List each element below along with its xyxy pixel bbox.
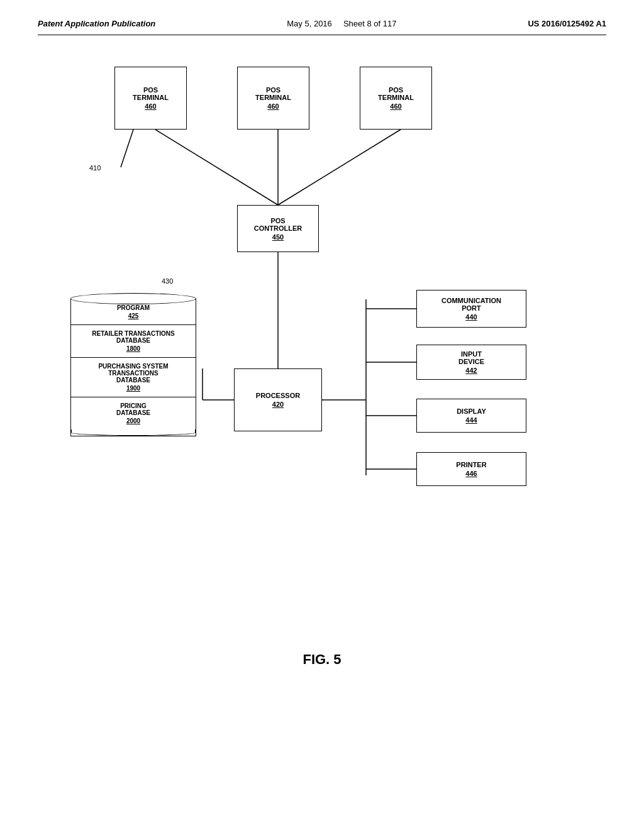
pricing-db-section: PRICINGDATABASE 2000: [71, 397, 196, 429]
pos-terminal-1-ref: 460: [145, 102, 156, 110]
retailer-db-label: RETAILER TRANSACTIONSDATABASE: [92, 330, 174, 344]
printer-ref: 446: [465, 470, 477, 477]
purchasing-db-label: PURCHASING SYSTEMTRANSACTIONSDATABASE: [98, 363, 168, 384]
page: Patent Application Publication May 5, 20…: [0, 0, 644, 830]
printer-label: PRINTER: [456, 461, 486, 468]
fig-caption-text: FIG. 5: [303, 651, 341, 667]
display-label: DISPLAY: [457, 407, 486, 415]
input-device-ref: 442: [465, 367, 477, 374]
printer-box: PRINTER 446: [416, 452, 526, 486]
pos-terminal-1-box: POSTERMINAL 460: [114, 67, 187, 130]
svg-line-0: [155, 130, 278, 205]
comm-port-label: COMMUNICATIONPORT: [441, 297, 501, 312]
header-left: Patent Application Publication: [38, 19, 155, 28]
pos-terminal-2-box: POSTERMINAL 460: [237, 67, 309, 130]
annotation-410-text: 410: [89, 164, 101, 172]
figure-caption: FIG. 5: [38, 651, 606, 668]
page-header: Patent Application Publication May 5, 20…: [38, 19, 606, 35]
pricing-db-label: PRICINGDATABASE: [116, 402, 150, 416]
display-box: DISPLAY 444: [416, 399, 526, 433]
header-center: May 5, 2016 Sheet 8 of 117: [287, 19, 396, 28]
input-device-label: INPUTDEVICE: [458, 350, 484, 365]
pos-controller-box: POSCONTROLLER 450: [237, 205, 319, 252]
publication-label: Patent Application Publication: [38, 19, 155, 28]
header-right: US 2016/0125492 A1: [528, 19, 606, 28]
pos-controller-ref: 450: [272, 233, 284, 241]
pos-terminal-1-label: POSTERMINAL: [133, 86, 169, 101]
database-cylinder: PROGRAM 425 RETAILER TRANSACTIONSDATABAS…: [70, 293, 196, 436]
retailer-db-ref: 1800: [74, 345, 193, 352]
processor-ref: 420: [272, 401, 284, 408]
annotation-430-text: 430: [162, 277, 173, 285]
svg-line-2: [278, 130, 401, 205]
pos-terminal-3-label: POSTERMINAL: [378, 86, 414, 101]
retailer-db-section: RETAILER TRANSACTIONSDATABASE 1800: [71, 324, 196, 357]
display-ref: 444: [465, 416, 477, 424]
patent-number-label: US 2016/0125492 A1: [528, 19, 606, 28]
date-label: May 5, 2016: [287, 19, 332, 28]
sheet-label: Sheet 8 of 117: [343, 19, 397, 28]
pos-terminal-2-label: POSTERMINAL: [255, 86, 291, 101]
purchasing-db-ref: 1900: [74, 385, 193, 392]
processor-box: PROCESSOR 420: [234, 368, 322, 431]
pos-terminal-2-ref: 460: [267, 102, 279, 110]
program-ref: 425: [74, 313, 193, 319]
pos-controller-label: POSCONTROLLER: [254, 217, 302, 232]
comm-port-box: COMMUNICATIONPORT 440: [416, 290, 526, 328]
diagram: POSTERMINAL 460 POSTERMINAL 460 POSTERMI…: [52, 60, 592, 639]
pricing-db-ref: 2000: [74, 418, 193, 424]
pos-terminal-3-ref: 460: [390, 102, 401, 110]
purchasing-db-section: PURCHASING SYSTEMTRANSACTIONSDATABASE 19…: [71, 357, 196, 397]
program-label: PROGRAM: [117, 304, 150, 311]
input-device-box: INPUTDEVICE 442: [416, 345, 526, 380]
pos-terminal-3-box: POSTERMINAL 460: [360, 67, 432, 130]
annotation-430: 430: [162, 277, 173, 285]
comm-port-ref: 440: [465, 313, 477, 321]
processor-label: PROCESSOR: [256, 392, 300, 399]
annotation-410: 410: [89, 164, 101, 172]
